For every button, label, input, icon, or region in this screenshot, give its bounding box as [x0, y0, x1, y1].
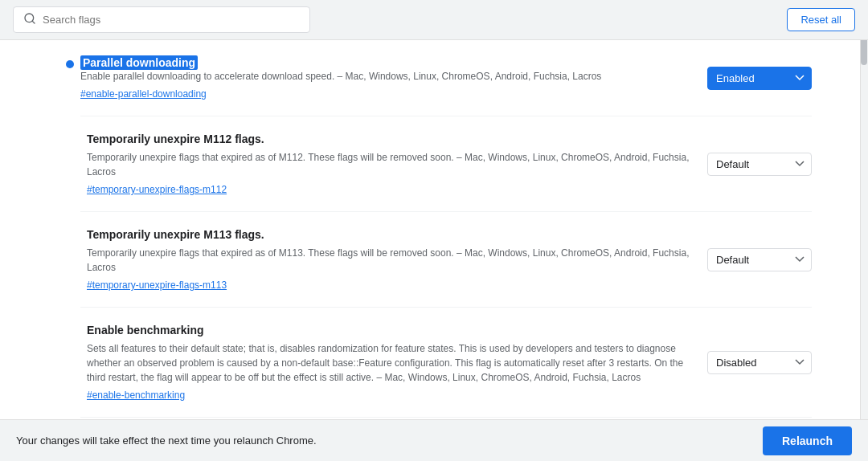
scrollbar[interactable] [860, 0, 868, 461]
flag-description: Temporarily unexpire flags that expired … [87, 150, 701, 179]
relaunch-button[interactable]: Relaunch [763, 426, 852, 455]
header: Reset all [0, 0, 868, 40]
flag-item-inner: Parallel downloadingEnable parallel down… [80, 56, 812, 100]
flag-item-inner: Temporarily unexpire M113 flags.Temporar… [80, 228, 812, 291]
flag-title: Temporarily unexpire M112 flags. [87, 133, 701, 145]
flag-select[interactable]: DefaultEnabledDisabled [707, 248, 812, 271]
flag-text: Temporarily unexpire M113 flags.Temporar… [87, 228, 701, 291]
flag-item: Enable benchmarkingSets all features to … [80, 308, 812, 418]
reset-all-button[interactable]: Reset all [787, 8, 855, 31]
flag-title-highlighted: Parallel downloading [80, 55, 198, 70]
flag-item: Parallel downloadingEnable parallel down… [80, 40, 812, 116]
flag-item-inner: Enable benchmarkingSets all features to … [80, 324, 812, 401]
flag-title: Temporarily unexpire M113 flags. [87, 228, 701, 241]
flag-link[interactable]: #temporary-unexpire-flags-m113 [87, 279, 701, 291]
flag-item: Temporarily unexpire M112 flags.Temporar… [80, 116, 812, 212]
search-input[interactable] [43, 14, 300, 26]
flag-select[interactable]: DefaultEnabledDisabled [707, 153, 812, 176]
bottom-bar: Your changes will take effect the next t… [0, 419, 868, 461]
flag-control: DefaultEnabledDisabled [707, 153, 812, 176]
flag-link[interactable]: #enable-parallel-downloading [80, 88, 701, 100]
svg-line-1 [32, 21, 35, 23]
flag-description: Enable parallel downloading to accelerat… [80, 69, 701, 84]
flag-text: Enable benchmarkingSets all features to … [87, 324, 701, 401]
flag-control: DisabledDefaultEnabled [707, 351, 812, 374]
flag-control: EnabledDefaultDisabled [707, 67, 812, 90]
flag-description: Sets all features to their default state… [87, 341, 701, 385]
flag-item-inner: Temporarily unexpire M112 flags.Temporar… [80, 133, 812, 195]
search-icon [23, 12, 36, 27]
search-bar[interactable] [13, 6, 310, 33]
flag-title: Enable benchmarking [87, 324, 701, 337]
flag-text: Temporarily unexpire M112 flags.Temporar… [87, 133, 701, 195]
flag-link[interactable]: #enable-benchmarking [87, 390, 701, 401]
flag-item: Temporarily unexpire M113 flags.Temporar… [80, 212, 812, 308]
flag-link[interactable]: #temporary-unexpire-flags-m112 [87, 184, 701, 195]
flag-select[interactable]: EnabledDefaultDisabled [707, 67, 812, 90]
flags-content: Parallel downloadingEnable parallel down… [0, 40, 868, 419]
flag-control: DefaultEnabledDisabled [707, 248, 812, 271]
flag-text: Parallel downloadingEnable parallel down… [80, 56, 701, 100]
flag-description: Temporarily unexpire flags that expired … [87, 246, 701, 275]
relaunch-message: Your changes will take effect the next t… [16, 434, 317, 447]
flag-select[interactable]: DisabledDefaultEnabled [707, 351, 812, 374]
flag-title: Parallel downloading [80, 56, 701, 69]
flag-active-indicator [66, 60, 74, 68]
